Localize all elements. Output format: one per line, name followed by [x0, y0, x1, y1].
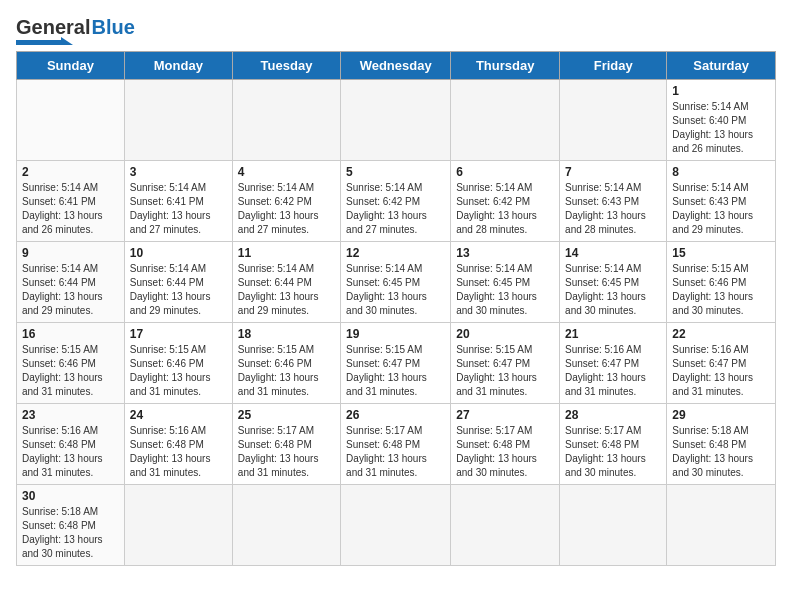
day-number: 9 — [22, 246, 119, 260]
day-info: Sunrise: 5:14 AM Sunset: 6:40 PM Dayligh… — [672, 100, 770, 156]
day-header-friday: Friday — [560, 52, 667, 80]
day-number: 16 — [22, 327, 119, 341]
calendar-cell — [560, 485, 667, 566]
day-number: 26 — [346, 408, 445, 422]
day-number: 20 — [456, 327, 554, 341]
day-info: Sunrise: 5:17 AM Sunset: 6:48 PM Dayligh… — [346, 424, 445, 480]
week-row-1: 2Sunrise: 5:14 AM Sunset: 6:41 PM Daylig… — [17, 161, 776, 242]
day-info: Sunrise: 5:14 AM Sunset: 6:43 PM Dayligh… — [565, 181, 661, 237]
calendar-cell — [124, 485, 232, 566]
week-row-0: 1Sunrise: 5:14 AM Sunset: 6:40 PM Daylig… — [17, 80, 776, 161]
calendar-cell — [451, 80, 560, 161]
day-number: 28 — [565, 408, 661, 422]
day-info: Sunrise: 5:15 AM Sunset: 6:46 PM Dayligh… — [22, 343, 119, 399]
day-header-saturday: Saturday — [667, 52, 776, 80]
day-info: Sunrise: 5:15 AM Sunset: 6:46 PM Dayligh… — [238, 343, 335, 399]
day-number: 6 — [456, 165, 554, 179]
calendar-cell: 18Sunrise: 5:15 AM Sunset: 6:46 PM Dayli… — [232, 323, 340, 404]
day-number: 4 — [238, 165, 335, 179]
calendar-cell: 29Sunrise: 5:18 AM Sunset: 6:48 PM Dayli… — [667, 404, 776, 485]
day-number: 13 — [456, 246, 554, 260]
day-number: 21 — [565, 327, 661, 341]
calendar-cell: 28Sunrise: 5:17 AM Sunset: 6:48 PM Dayli… — [560, 404, 667, 485]
day-info: Sunrise: 5:14 AM Sunset: 6:41 PM Dayligh… — [130, 181, 227, 237]
day-number: 15 — [672, 246, 770, 260]
day-info: Sunrise: 5:14 AM Sunset: 6:44 PM Dayligh… — [130, 262, 227, 318]
calendar-cell: 15Sunrise: 5:15 AM Sunset: 6:46 PM Dayli… — [667, 242, 776, 323]
day-info: Sunrise: 5:16 AM Sunset: 6:48 PM Dayligh… — [130, 424, 227, 480]
calendar-cell: 23Sunrise: 5:16 AM Sunset: 6:48 PM Dayli… — [17, 404, 125, 485]
day-header-monday: Monday — [124, 52, 232, 80]
day-number: 30 — [22, 489, 119, 503]
day-number: 19 — [346, 327, 445, 341]
week-row-4: 23Sunrise: 5:16 AM Sunset: 6:48 PM Dayli… — [17, 404, 776, 485]
calendar-cell: 3Sunrise: 5:14 AM Sunset: 6:41 PM Daylig… — [124, 161, 232, 242]
day-number: 29 — [672, 408, 770, 422]
day-info: Sunrise: 5:14 AM Sunset: 6:44 PM Dayligh… — [238, 262, 335, 318]
day-header-sunday: Sunday — [17, 52, 125, 80]
day-header-tuesday: Tuesday — [232, 52, 340, 80]
calendar-cell: 19Sunrise: 5:15 AM Sunset: 6:47 PM Dayli… — [341, 323, 451, 404]
calendar-cell — [17, 80, 125, 161]
day-info: Sunrise: 5:16 AM Sunset: 6:47 PM Dayligh… — [672, 343, 770, 399]
day-number: 24 — [130, 408, 227, 422]
day-info: Sunrise: 5:17 AM Sunset: 6:48 PM Dayligh… — [456, 424, 554, 480]
calendar-cell: 30Sunrise: 5:18 AM Sunset: 6:48 PM Dayli… — [17, 485, 125, 566]
week-row-3: 16Sunrise: 5:15 AM Sunset: 6:46 PM Dayli… — [17, 323, 776, 404]
day-info: Sunrise: 5:14 AM Sunset: 6:41 PM Dayligh… — [22, 181, 119, 237]
day-info: Sunrise: 5:14 AM Sunset: 6:44 PM Dayligh… — [22, 262, 119, 318]
day-number: 2 — [22, 165, 119, 179]
day-info: Sunrise: 5:14 AM Sunset: 6:45 PM Dayligh… — [565, 262, 661, 318]
day-number: 23 — [22, 408, 119, 422]
logo-general: General — [16, 16, 90, 39]
calendar-cell: 2Sunrise: 5:14 AM Sunset: 6:41 PM Daylig… — [17, 161, 125, 242]
calendar-cell — [341, 485, 451, 566]
header: General Blue — [16, 16, 776, 45]
calendar-cell: 7Sunrise: 5:14 AM Sunset: 6:43 PM Daylig… — [560, 161, 667, 242]
day-info: Sunrise: 5:18 AM Sunset: 6:48 PM Dayligh… — [672, 424, 770, 480]
calendar-cell: 12Sunrise: 5:14 AM Sunset: 6:45 PM Dayli… — [341, 242, 451, 323]
calendar-cell: 17Sunrise: 5:15 AM Sunset: 6:46 PM Dayli… — [124, 323, 232, 404]
day-info: Sunrise: 5:17 AM Sunset: 6:48 PM Dayligh… — [565, 424, 661, 480]
calendar-cell — [232, 80, 340, 161]
calendar-cell: 27Sunrise: 5:17 AM Sunset: 6:48 PM Dayli… — [451, 404, 560, 485]
calendar-cell: 25Sunrise: 5:17 AM Sunset: 6:48 PM Dayli… — [232, 404, 340, 485]
calendar-cell: 24Sunrise: 5:16 AM Sunset: 6:48 PM Dayli… — [124, 404, 232, 485]
day-number: 12 — [346, 246, 445, 260]
day-info: Sunrise: 5:18 AM Sunset: 6:48 PM Dayligh… — [22, 505, 119, 561]
calendar-cell: 13Sunrise: 5:14 AM Sunset: 6:45 PM Dayli… — [451, 242, 560, 323]
calendar-cell: 6Sunrise: 5:14 AM Sunset: 6:42 PM Daylig… — [451, 161, 560, 242]
day-info: Sunrise: 5:15 AM Sunset: 6:46 PM Dayligh… — [672, 262, 770, 318]
week-row-5: 30Sunrise: 5:18 AM Sunset: 6:48 PM Dayli… — [17, 485, 776, 566]
logo-blue: Blue — [91, 16, 134, 39]
calendar-cell: 21Sunrise: 5:16 AM Sunset: 6:47 PM Dayli… — [560, 323, 667, 404]
day-info: Sunrise: 5:14 AM Sunset: 6:45 PM Dayligh… — [346, 262, 445, 318]
day-number: 27 — [456, 408, 554, 422]
calendar-cell: 11Sunrise: 5:14 AM Sunset: 6:44 PM Dayli… — [232, 242, 340, 323]
day-number: 10 — [130, 246, 227, 260]
calendar-cell: 10Sunrise: 5:14 AM Sunset: 6:44 PM Dayli… — [124, 242, 232, 323]
calendar-cell: 4Sunrise: 5:14 AM Sunset: 6:42 PM Daylig… — [232, 161, 340, 242]
calendar-cell — [232, 485, 340, 566]
calendar-cell — [560, 80, 667, 161]
day-info: Sunrise: 5:14 AM Sunset: 6:42 PM Dayligh… — [456, 181, 554, 237]
week-row-2: 9Sunrise: 5:14 AM Sunset: 6:44 PM Daylig… — [17, 242, 776, 323]
logo: General Blue — [16, 16, 135, 45]
day-number: 3 — [130, 165, 227, 179]
day-header-wednesday: Wednesday — [341, 52, 451, 80]
calendar-cell — [451, 485, 560, 566]
day-info: Sunrise: 5:15 AM Sunset: 6:46 PM Dayligh… — [130, 343, 227, 399]
calendar-cell: 22Sunrise: 5:16 AM Sunset: 6:47 PM Dayli… — [667, 323, 776, 404]
calendar-cell: 26Sunrise: 5:17 AM Sunset: 6:48 PM Dayli… — [341, 404, 451, 485]
calendar-cell: 5Sunrise: 5:14 AM Sunset: 6:42 PM Daylig… — [341, 161, 451, 242]
day-info: Sunrise: 5:15 AM Sunset: 6:47 PM Dayligh… — [346, 343, 445, 399]
calendar-cell: 1Sunrise: 5:14 AM Sunset: 6:40 PM Daylig… — [667, 80, 776, 161]
day-number: 14 — [565, 246, 661, 260]
day-info: Sunrise: 5:16 AM Sunset: 6:47 PM Dayligh… — [565, 343, 661, 399]
day-info: Sunrise: 5:17 AM Sunset: 6:48 PM Dayligh… — [238, 424, 335, 480]
day-number: 1 — [672, 84, 770, 98]
day-number: 22 — [672, 327, 770, 341]
calendar-cell: 9Sunrise: 5:14 AM Sunset: 6:44 PM Daylig… — [17, 242, 125, 323]
calendar-cell: 14Sunrise: 5:14 AM Sunset: 6:45 PM Dayli… — [560, 242, 667, 323]
day-number: 25 — [238, 408, 335, 422]
